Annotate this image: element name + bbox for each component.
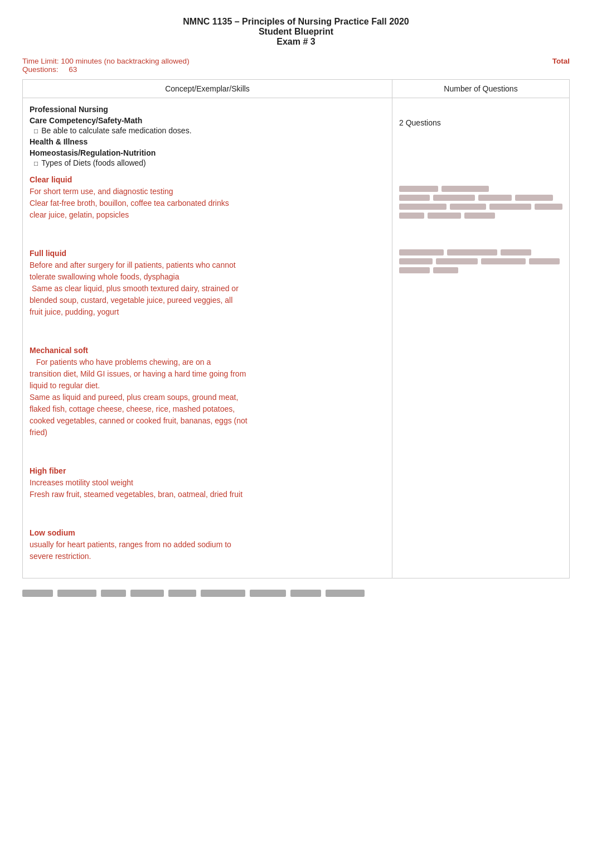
care-competency-heading: Care Competency/Safety-Math <box>30 116 385 125</box>
time-limit: Time Limit: 100 minutes (no backtracking… <box>22 57 190 65</box>
health-illness-heading: Health & Illness <box>30 137 385 146</box>
total-label: Total <box>552 57 570 74</box>
mechanical-soft-label: Mechanical soft <box>30 346 385 355</box>
questions-count-row: Questions: 63 <box>22 65 190 74</box>
title-line2: Student Blueprint <box>22 27 570 37</box>
types-of-diets-item: □ Types of Diets (foods allowed) <box>34 158 385 167</box>
low-sodium-body: usually for heart patients, ranges from … <box>30 539 385 562</box>
professional-nursing-heading: Professional Nursing <box>30 105 385 114</box>
medication-doses-text: Be able to calculate safe medication dos… <box>41 126 191 135</box>
table-row: Professional Nursing Care Competency/Saf… <box>23 98 570 578</box>
bullet-icon-2: □ <box>34 160 38 167</box>
high-fiber-body: Increases motility stool weight Fresh ra… <box>30 477 385 500</box>
mechanical-soft-body: For patients who have problems chewing, … <box>30 356 385 438</box>
title-line1: NMNC 1135 – Principles of Nursing Practi… <box>22 17 570 27</box>
types-of-diets-text: Types of Diets (foods allowed) <box>41 158 146 167</box>
high-fiber-label: High fiber <box>30 466 385 475</box>
bullet-icon: □ <box>34 127 38 135</box>
col1-header: Concept/Exemplar/Skills <box>23 80 392 98</box>
footer-bar <box>22 586 570 600</box>
questions-cell: 2 Questions <box>392 98 570 578</box>
questions-count: 63 <box>69 65 77 74</box>
clear-liquid-redacted <box>399 186 562 219</box>
main-table: Concept/Exemplar/Skills Number of Questi… <box>22 79 570 578</box>
title-line3: Exam # 3 <box>22 37 570 47</box>
medication-doses-item: □ Be able to calculate safe medication d… <box>34 126 385 135</box>
col2-header: Number of Questions <box>392 80 570 98</box>
questions-label: Questions: <box>22 65 59 74</box>
full-liquid-label: Full liquid <box>30 249 385 258</box>
page-header: NMNC 1135 – Principles of Nursing Practi… <box>22 17 570 47</box>
low-sodium-label: Low sodium <box>30 528 385 537</box>
full-liquid-body: Before and after surgery for ill patient… <box>30 259 385 318</box>
meta-row: Time Limit: 100 minutes (no backtracking… <box>22 57 570 74</box>
meta-left: Time Limit: 100 minutes (no backtracking… <box>22 57 190 74</box>
clear-liquid-label: Clear liquid <box>30 175 385 184</box>
concept-cell: Professional Nursing Care Competency/Saf… <box>23 98 392 578</box>
full-liquid-redacted <box>399 249 562 273</box>
clear-liquid-body: For short term use, and diagnostic testi… <box>30 186 385 221</box>
medication-questions: 2 Questions <box>399 118 562 127</box>
homeostasis-heading: Homeostasis/Regulation-Nutrition <box>30 148 385 157</box>
footer-redacted <box>22 590 570 597</box>
